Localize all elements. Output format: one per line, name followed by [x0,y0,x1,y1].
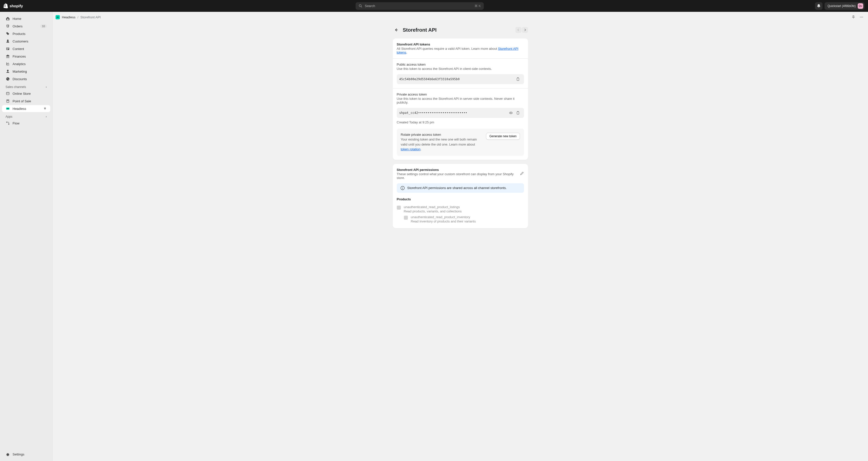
private-token-label: Private access token [397,92,524,96]
svg-point-7 [8,124,9,124]
discounts-icon [5,77,10,81]
pos-icon [5,99,10,103]
sidebar-item-headless[interactable]: Headless [2,105,50,112]
svg-rect-14 [517,112,519,114]
products-icon [5,31,10,36]
breadcrumb-current: Storefront API [81,16,101,19]
arrow-left-icon [394,28,399,32]
tokens-card-title: Storefront API tokens [397,42,524,46]
next-page-button[interactable] [522,27,528,33]
sidebar-section-apps[interactable]: Apps › [0,112,52,119]
chevron-left-icon [517,28,520,32]
sidebar-item-home[interactable]: Home [2,15,50,22]
public-token-desc: Use this token to access the Storefront … [397,67,524,71]
rotate-title: Rotate private access token [401,133,482,136]
page-header: Storefront API [393,26,528,33]
checkbox-disabled [404,216,408,220]
pin-icon[interactable] [43,106,47,111]
clipboard-icon [516,111,520,115]
notifications-button[interactable] [815,2,823,10]
sidebar-item-online-store[interactable]: Online Store [2,90,50,97]
shopify-logo[interactable]: shopify [3,3,25,9]
sidebar-item-flow[interactable]: Flow [2,120,50,127]
permissions-subtitle: These settings control what your custom … [397,172,520,180]
store-icon [5,91,10,96]
more-actions-button[interactable] [858,13,865,21]
reveal-private-token-button[interactable] [507,109,515,116]
token-rotation-link[interactable]: token rotation [401,147,421,151]
topbar: shopify Search ⌘ K Quickstart (4f86b0fe)… [0,0,868,12]
main-content: Storefront API Storefront API tokens All… [53,22,868,242]
bell-icon [816,4,821,8]
permission-row-product-listings: unauthenticated_read_product_listings Re… [397,204,524,214]
banner-text: Storefront API permissions are shared ac… [407,186,507,190]
pin-page-button[interactable] [850,13,857,21]
store-switcher[interactable]: Quickstart (4f86b0fe) Qu [825,2,865,10]
sidebar-item-products[interactable]: Products [2,30,50,37]
permissions-group-products: Products [397,197,524,201]
sidebar-item-orders[interactable]: Orders 10 [2,23,50,30]
search-icon [359,4,363,8]
rotate-desc: Your existing token and the new one will… [401,137,482,152]
public-token-label: Public access token [397,63,524,66]
sidebar-item-point-of-sale[interactable]: Point of Sale [2,97,50,104]
svg-point-13 [510,112,511,113]
svg-point-6 [6,122,7,122]
sidebar-item-discounts[interactable]: Discounts [2,75,50,83]
page-title: Storefront API [403,27,513,33]
chevron-right-icon: › [46,115,47,118]
sidebar: Home Orders 10 Products Customers Conten… [0,12,53,242]
permissions-card: Storefront API permissions These setting… [393,164,528,228]
private-token-field: shpat_cc42•••••••••••••••••••••••••• [397,108,524,118]
eye-icon [509,111,513,115]
global-search[interactable]: Search ⌘ K [355,2,484,10]
svg-text:shopify: shopify [9,4,23,8]
customers-icon [5,39,10,43]
avatar: Qu [858,3,863,9]
breadcrumb: Headless / Storefront API [53,12,868,22]
svg-rect-12 [517,78,519,81]
orders-badge: 10 [40,24,47,28]
sidebar-item-analytics[interactable]: Analytics [2,60,50,67]
info-icon [400,186,405,190]
sidebar-section-sales-channels[interactable]: Sales channels › [0,83,52,90]
search-placeholder: Search [365,4,375,8]
flow-icon [5,121,10,125]
finances-icon [5,54,10,59]
prev-page-button[interactable] [516,27,522,33]
orders-icon [5,24,10,28]
pencil-icon [520,172,524,176]
edit-permissions-button[interactable] [520,172,524,176]
search-shortcut: ⌘ K [474,4,481,8]
checkbox-disabled [397,206,401,210]
permission-name: unauthenticated_read_product_inventory [411,215,476,219]
chevron-right-icon: › [46,85,47,89]
tokens-card-subtitle: All Storefront API queries require a val… [397,47,524,54]
private-token-created: Created Today at 9:25 pm [397,120,524,124]
sidebar-item-finances[interactable]: Finances [2,53,50,60]
headless-icon [5,106,10,111]
sidebar-item-customers[interactable]: Customers [2,38,50,45]
svg-rect-2 [6,99,9,102]
copy-public-token-button[interactable] [515,76,522,83]
tokens-card: Storefront API tokens All Storefront API… [393,38,528,160]
svg-rect-3 [7,100,8,101]
svg-point-11 [863,17,863,17]
sidebar-item-marketing[interactable]: Marketing [2,68,50,75]
svg-rect-5 [7,108,9,109]
breadcrumb-separator: / [78,16,79,19]
permissions-title: Storefront API permissions [397,168,520,172]
private-token-value[interactable]: shpat_cc42•••••••••••••••••••••••••• [399,111,507,115]
sidebar-item-content[interactable]: Content [2,45,50,52]
public-token-value[interactable]: 45c54b00e29d5504b6e63f3310a595b0 [399,78,515,81]
copy-private-token-button[interactable] [515,109,522,116]
svg-point-9 [860,17,861,17]
headless-app-icon [56,15,60,19]
breadcrumb-app-link[interactable]: Headless [62,16,75,19]
generate-token-button[interactable]: Generate new token [486,133,520,140]
back-button[interactable] [393,26,400,33]
svg-point-10 [861,17,862,17]
svg-rect-8 [57,17,59,18]
marketing-icon [5,69,10,74]
analytics-icon [5,62,10,66]
